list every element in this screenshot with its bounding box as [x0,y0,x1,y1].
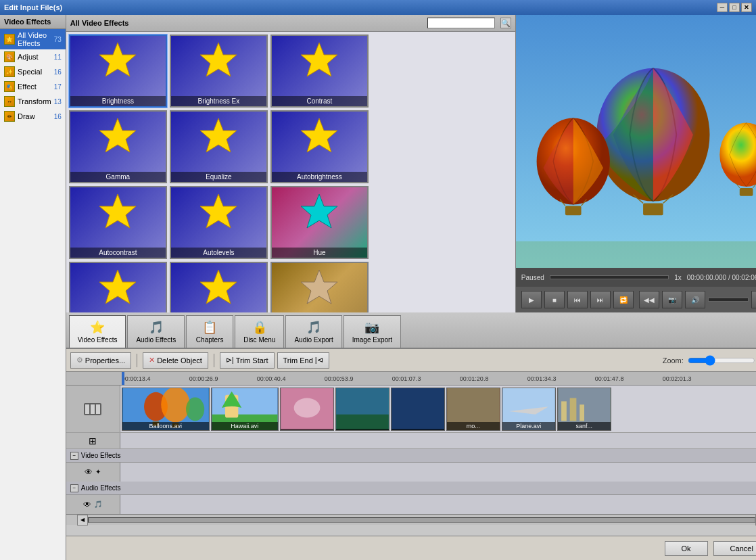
sidebar-item-draw[interactable]: ✏ Draw 16 [0,109,66,124]
bottom-bar: Ok Cancel [66,536,756,560]
svg-point-34 [161,388,190,422]
effect-color-balance[interactable]: Color Balance [170,262,268,312]
svg-rect-30 [91,404,95,414]
delete-button[interactable]: ✕ Delete Object [143,352,208,369]
search-button[interactable]: 🔍 [500,18,511,28]
next-frame-button[interactable]: ⏭ [590,291,611,308]
clip-hawaii[interactable]: Hawaii.avi [211,388,279,431]
clip-plane[interactable]: Plane.avi [502,388,556,431]
track-control-icon[interactable]: ⊞ [89,436,97,446]
effect-contrast[interactable]: Contrast [270,34,369,108]
properties-label: Properties... [85,356,125,365]
svg-marker-11 [301,270,337,304]
effect-autocontrast[interactable]: Autocontrast [69,186,167,259]
trim-end-button[interactable]: Trim End |⊲ [277,352,329,369]
sidebar-item-count: 16 [54,68,62,76]
clip-mo[interactable]: mo... [446,388,500,431]
clip-3[interactable] [280,388,334,431]
close-button[interactable]: ✕ [741,3,752,12]
video-progress-bar[interactable] [550,275,669,279]
sidebar-item-adjust[interactable]: 🎨 Adjust 11 [0,49,66,64]
stop-button[interactable]: ■ [544,291,565,308]
tab-audio-export[interactable]: 🎵 Audio Export [285,315,341,348]
volume-button[interactable]: 🔊 [685,291,705,308]
delete-label: Delete Object [157,356,202,365]
svg-rect-23 [740,188,753,196]
scrollbar-track[interactable] [88,517,755,523]
sidebar-item-transform[interactable]: ↔ Transform 13 [0,94,66,109]
tab-chapters[interactable]: 📋 Chapters [186,315,233,348]
effect-label: Gamma [70,172,166,182]
fx-icon[interactable]: ✦ [95,468,101,475]
clip-5[interactable] [391,388,445,431]
clip-4[interactable] [335,388,389,431]
tab-video-effects[interactable]: ⭐ Video Effects [69,315,126,348]
properties-button[interactable]: ⚙ Properties... [70,352,131,369]
effect-hue[interactable]: Hue [270,186,369,259]
minimize-button[interactable]: ─ [717,3,728,12]
loop-button[interactable]: 🔁 [613,291,634,308]
sidebar-item-count: 11 [54,53,62,61]
trim-end-label: Trim End [283,356,313,365]
volume-slider[interactable] [708,298,749,302]
cancel-button[interactable]: Cancel [713,541,756,556]
maximize-button[interactable]: □ [729,3,740,12]
collapse-audio-effects-button[interactable]: − [70,484,78,492]
ruler-mark: 00:02:01.3 [663,375,730,382]
sidebar-item-all-video-effects[interactable]: ⭐ All Video Effects 73 [0,29,66,49]
settings-button[interactable]: ⚙ [751,291,756,308]
effect-brightness-ex[interactable]: Brightness Ex [170,34,268,108]
effect-label: Contrast [272,96,367,106]
disc-menu-tab-icon: 🔒 [252,320,267,335]
clip-thumb-image [336,388,389,430]
ok-button[interactable]: Ok [665,541,708,556]
all-video-effects-icon: ⭐ [4,34,15,45]
ruler-mark: 00:00:53.9 [325,375,392,382]
clip-balloons[interactable]: Balloons.avi [122,388,210,431]
video-effects-track-row: 👁 ✦ [66,463,756,482]
audio-track-label: 👁 🎵 [66,495,120,514]
effect-label: Equalize [171,172,266,182]
effect-gamma[interactable]: Gamma [69,110,167,183]
clip-sanf[interactable]: sanf... [557,388,611,431]
clip-label: Balloons.avi [122,422,209,430]
collapse-video-effects-button[interactable]: − [70,452,78,460]
prev-frame-button[interactable]: ⏮ [567,291,588,308]
trim-start-button[interactable]: ⊳| Trim Start [220,352,275,369]
clip-label [281,429,333,430]
video-effects-section-label: Video Effects [81,452,121,459]
tab-disc-menu[interactable]: 🔒 Disc Menu [235,315,284,348]
effect-sharpen[interactable]: Sharpen [270,262,369,312]
search-input[interactable] [428,18,494,28]
tab-image-export[interactable]: 📷 Image Export [344,315,401,348]
toolbar-separator [214,354,214,367]
zoom-slider[interactable] [688,355,755,366]
effect-autolevels[interactable]: Autolevels [170,186,268,259]
draw-icon: ✏ [4,111,15,122]
effect-equalize[interactable]: Equalize [170,110,268,183]
scroll-left-button[interactable]: ◀ [77,515,88,526]
track-controls-label: ⊞ [66,433,120,448]
tab-audio-effects[interactable]: 🎵 Audio Effects [127,315,185,348]
svg-rect-29 [85,404,89,414]
sidebar-item-effect[interactable]: 🎭 Effect 17 [0,79,66,94]
svg-rect-15 [643,204,663,216]
effect-label: Autobrightness [272,172,367,182]
special-icon: ✨ [4,66,15,77]
prev-clip-button[interactable]: ◀◀ [639,291,659,308]
effect-autobrightness[interactable]: Autobrightness [270,110,369,183]
effects-search[interactable] [427,18,495,28]
sidebar-item-special[interactable]: ✨ Special 16 [0,64,66,79]
gear-icon: ⚙ [76,356,83,365]
eye-icon[interactable]: 👁 [85,467,93,477]
svg-point-42 [293,398,320,417]
effect-saturation[interactable]: Saturation [69,262,167,312]
tab-label: Audio Export [294,336,333,344]
snapshot-button[interactable]: 📷 [662,291,682,308]
playhead-marker [122,372,124,386]
play-button[interactable]: ▶ [521,291,542,308]
audio-fx-icon[interactable]: 🎵 [94,500,102,508]
effect-brightness[interactable]: Brightness [69,34,167,108]
eye-icon[interactable]: 👁 [83,500,91,509]
tab-label: Disc Menu [243,336,275,344]
